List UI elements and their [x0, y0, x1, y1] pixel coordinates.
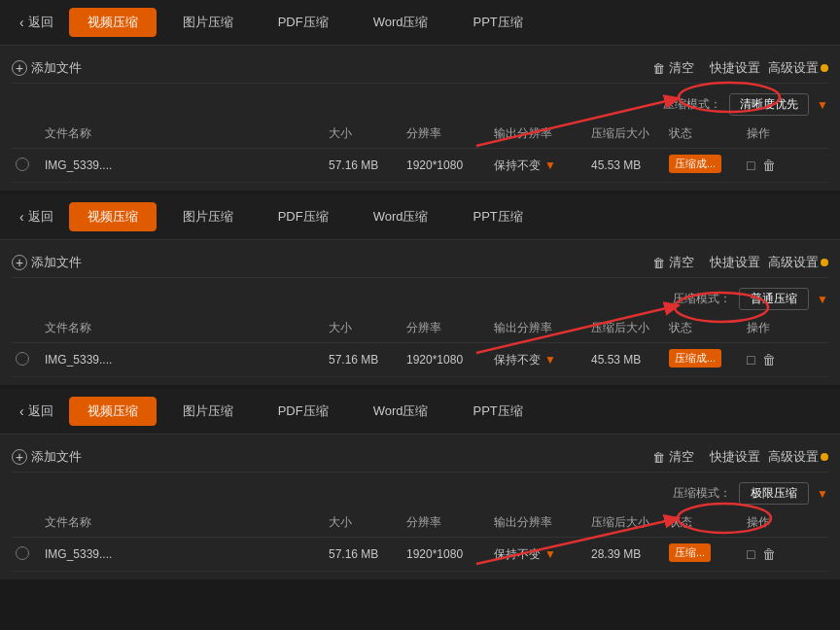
quick-settings-link[interactable]: 快捷设置 [710, 448, 760, 466]
advanced-settings-link[interactable]: 高级设置 [768, 59, 828, 77]
settings-group: 快捷设置高级设置 [710, 448, 828, 466]
table-row: IMG_5339....57.16 MB1920*1080保持不变▼45.53 … [12, 343, 828, 377]
toolbar-row: +添加文件🗑清空快捷设置高级设置 [12, 442, 828, 472]
clear-button[interactable]: 🗑清空 [652, 448, 694, 466]
nav-tab-4[interactable]: PPT压缩 [455, 202, 542, 231]
back-label: 返回 [28, 208, 53, 226]
add-file-button[interactable]: +添加文件 [12, 59, 82, 77]
status-badge: 压缩成... [669, 349, 721, 368]
row-compressed-size: 45.53 MB [591, 353, 669, 367]
content-area: +添加文件🗑清空快捷设置高级设置 压缩模式： 普通压缩 ▼ 文件名称大小分辨率输… [0, 240, 840, 385]
mode-value: 极限压缩 [739, 482, 809, 505]
panel-section-1: ‹返回视频压缩图片压缩PDF压缩Word压缩PPT压缩+添加文件🗑清空快捷设置高… [0, 0, 840, 191]
header-cell-2: 大小 [329, 514, 406, 531]
back-label: 返回 [28, 402, 53, 420]
row-resolution: 1920*1080 [406, 547, 494, 561]
header-cell-7: 操作 [747, 320, 824, 336]
mode-value: 普通压缩 [739, 288, 809, 310]
nav-tab-0[interactable]: 视频压缩 [69, 8, 157, 37]
clear-label: 清空 [669, 448, 694, 466]
mode-row: 压缩模式： 清晰度优先 ▼ [12, 89, 828, 120]
row-filename: IMG_5339.... [45, 158, 329, 172]
nav-tab-0[interactable]: 视频压缩 [69, 202, 157, 231]
nav-tab-2[interactable]: PDF压缩 [260, 397, 347, 426]
header-cell-5: 压缩后大小 [591, 514, 669, 531]
toolbar-row: +添加文件🗑清空快捷设置高级设置 [12, 248, 828, 278]
output-res-value: 保持不变 [494, 546, 541, 563]
mode-dropdown-icon[interactable]: ▼ [817, 293, 828, 306]
output-dropdown-icon[interactable]: ▼ [544, 547, 556, 561]
table-header: 文件名称大小分辨率输出分辨率压缩后大小状态操作 [12, 508, 828, 538]
quick-settings-link[interactable]: 快捷设置 [710, 254, 760, 271]
mode-dropdown-icon[interactable]: ▼ [817, 487, 828, 501]
add-file-button[interactable]: +添加文件 [12, 254, 82, 271]
trash-icon: 🗑 [652, 61, 665, 76]
header-cell-1: 文件名称 [45, 514, 329, 531]
row-filesize: 57.16 MB [329, 158, 406, 172]
quick-settings-link[interactable]: 快捷设置 [710, 59, 760, 77]
mode-dropdown-icon[interactable]: ▼ [817, 98, 828, 112]
add-file-label: 添加文件 [31, 59, 82, 77]
mode-row: 压缩模式： 普通压缩 ▼ [12, 284, 828, 314]
header-cell-6: 状态 [669, 320, 747, 336]
row-output-resolution[interactable]: 保持不变▼ [494, 158, 591, 174]
add-file-label: 添加文件 [31, 448, 82, 466]
plus-icon: + [12, 449, 27, 465]
plus-icon: + [12, 60, 27, 76]
header-cell-2: 大小 [329, 320, 406, 336]
nav-tab-3[interactable]: Word压缩 [355, 8, 447, 37]
copy-action-icon[interactable]: □ [747, 546, 754, 562]
settings-dot [821, 453, 828, 461]
clear-button[interactable]: 🗑清空 [652, 59, 694, 77]
settings-group: 快捷设置高级设置 [710, 59, 828, 77]
header-cell-3: 分辨率 [406, 514, 494, 531]
nav-tab-4[interactable]: PPT压缩 [455, 397, 542, 426]
row-radio[interactable] [16, 546, 45, 563]
advanced-settings-link[interactable]: 高级设置 [768, 448, 828, 466]
table-row: IMG_5339....57.16 MB1920*1080保持不变▼28.39 … [12, 538, 828, 572]
nav-tab-3[interactable]: Word压缩 [355, 202, 447, 231]
nav-tab-1[interactable]: 图片压缩 [164, 8, 252, 37]
add-file-label: 添加文件 [31, 254, 82, 271]
copy-action-icon[interactable]: □ [747, 352, 754, 368]
header-cell-1: 文件名称 [45, 320, 329, 336]
output-dropdown-icon[interactable]: ▼ [544, 353, 556, 367]
nav-tab-2[interactable]: PDF压缩 [260, 202, 347, 231]
row-radio[interactable] [16, 158, 45, 174]
nav-tab-1[interactable]: 图片压缩 [164, 397, 252, 426]
row-filename: IMG_5339.... [45, 353, 329, 367]
status-badge: 压缩... [669, 543, 711, 562]
nav-tab-4[interactable]: PPT压缩 [455, 8, 542, 37]
nav-tab-2[interactable]: PDF压缩 [260, 8, 347, 37]
output-dropdown-icon[interactable]: ▼ [544, 158, 556, 172]
nav-bar: ‹返回视频压缩图片压缩PDF压缩Word压缩PPT压缩 [0, 0, 840, 46]
back-button[interactable]: ‹返回 [12, 10, 61, 35]
advanced-settings-link[interactable]: 高级设置 [768, 254, 828, 271]
mode-row: 压缩模式： 极限压缩 ▼ [12, 478, 828, 508]
nav-tab-0[interactable]: 视频压缩 [69, 397, 157, 426]
radio-circle [16, 158, 29, 171]
back-button[interactable]: ‹返回 [12, 204, 61, 229]
row-output-resolution[interactable]: 保持不变▼ [494, 352, 591, 368]
row-radio[interactable] [16, 352, 45, 368]
row-compressed-size: 28.39 MB [591, 547, 669, 561]
row-resolution: 1920*1080 [406, 353, 494, 367]
mode-label: 压缩模式： [673, 485, 731, 502]
row-status: 压缩成... [669, 155, 747, 176]
copy-action-icon[interactable]: □ [747, 158, 754, 173]
chevron-left-icon: ‹ [19, 403, 24, 419]
back-label: 返回 [28, 14, 53, 31]
delete-action-icon[interactable]: 🗑 [762, 546, 776, 562]
header-cell-4: 输出分辨率 [494, 320, 591, 336]
toolbar-row: +添加文件🗑清空快捷设置高级设置 [12, 53, 828, 84]
add-file-button[interactable]: +添加文件 [12, 448, 82, 466]
back-button[interactable]: ‹返回 [12, 399, 61, 424]
row-output-resolution[interactable]: 保持不变▼ [494, 546, 591, 563]
delete-action-icon[interactable]: 🗑 [762, 158, 776, 173]
nav-tab-1[interactable]: 图片压缩 [164, 202, 252, 231]
delete-action-icon[interactable]: 🗑 [762, 352, 776, 368]
clear-button[interactable]: 🗑清空 [652, 254, 694, 271]
content-area: +添加文件🗑清空快捷设置高级设置 压缩模式： 清晰度优先 ▼ 文件名称大小分辨率… [0, 46, 840, 191]
settings-dot [821, 64, 828, 72]
nav-tab-3[interactable]: Word压缩 [355, 397, 447, 426]
